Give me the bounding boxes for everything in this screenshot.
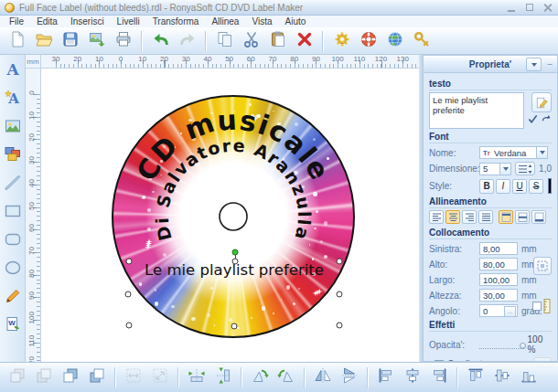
align-top-icon	[467, 366, 485, 388]
fit-to-content-button[interactable]	[533, 257, 552, 275]
align-right-button[interactable]	[427, 366, 451, 389]
bold-button[interactable]: B	[479, 179, 494, 194]
line-spacing-button[interactable]	[515, 162, 535, 175]
license-key-button[interactable]	[410, 29, 433, 52]
font-color-swatch[interactable]	[548, 178, 552, 194]
flip-vertical-button[interactable]	[338, 366, 361, 389]
flip-horizontal-button[interactable]	[311, 366, 335, 389]
resize-handle[interactable]	[337, 259, 343, 265]
rotate-left-button[interactable]	[248, 366, 272, 389]
send-backward-button[interactable]	[85, 366, 109, 389]
send-to-back-button[interactable]	[32, 366, 56, 389]
save-button[interactable]	[59, 29, 81, 52]
strikethrough-button[interactable]: S	[529, 179, 543, 194]
text-content-input[interactable]: Le mie playlist preferite	[429, 92, 524, 129]
resize-handle[interactable]	[337, 323, 343, 329]
settings-gear-button[interactable]	[330, 29, 353, 52]
valign-top-button[interactable]	[499, 210, 513, 224]
ruler-number: 0	[27, 88, 36, 99]
placement-largo-input[interactable]: 100,00	[479, 273, 518, 286]
fit-size-button[interactable]	[148, 366, 172, 389]
placement-altezza-input[interactable]: 30,00	[479, 289, 518, 302]
underline-button[interactable]: U	[512, 179, 527, 194]
fit-width-button[interactable]	[122, 366, 145, 389]
help-lifebuoy-button[interactable]	[357, 29, 380, 52]
copy-button[interactable]	[213, 29, 236, 52]
font-name-dropdown[interactable]	[537, 146, 548, 159]
resize-handle[interactable]	[337, 291, 343, 298]
rotate-right-button[interactable]	[274, 366, 298, 389]
resize-handle[interactable]	[126, 259, 133, 265]
ellipse-tool-button[interactable]	[3, 260, 23, 280]
print-button[interactable]	[112, 29, 134, 52]
opacity-slider-thumb[interactable]	[520, 343, 526, 349]
rectangle-tool-button[interactable]	[3, 203, 23, 223]
paste-button[interactable]	[266, 29, 289, 52]
align-left-button[interactable]	[374, 366, 398, 389]
align-justify-button[interactable]	[478, 210, 493, 224]
line-tool-button[interactable]	[3, 175, 23, 195]
align-center-button[interactable]	[445, 210, 460, 224]
menu-item-transforma[interactable]: Transforma	[146, 16, 206, 26]
design-canvas[interactable]: CD musicale Di Salvatore Aranzulla Le mi…	[41, 69, 419, 362]
align-right-button[interactable]	[462, 210, 477, 224]
align-bottom-button[interactable]	[517, 366, 541, 389]
align-middle-button[interactable]	[490, 366, 514, 389]
resize-handle[interactable]	[125, 291, 132, 298]
rotate-handle[interactable]	[232, 249, 239, 256]
resize-handle[interactable]	[232, 259, 239, 265]
menu-item-aiuto[interactable]: Aiuto	[278, 16, 312, 26]
valign-bottom-button[interactable]	[531, 210, 546, 224]
delete-button[interactable]	[293, 29, 316, 52]
art-text-tool-button[interactable]: A	[3, 90, 23, 110]
font-size-dropdown[interactable]	[500, 163, 511, 175]
menu-item-edita[interactable]: Edita	[30, 16, 64, 26]
resize-handle[interactable]	[126, 323, 133, 329]
keep-aspect-checkbox[interactable]	[532, 302, 542, 311]
align-center-button[interactable]	[401, 366, 424, 389]
panel-dropdown-button[interactable]	[526, 58, 542, 71]
menu-item-inserisci[interactable]: Inserisci	[64, 16, 111, 26]
edit-text-button[interactable]	[531, 92, 552, 112]
maximize-button[interactable]	[524, 4, 535, 12]
spinner-button[interactable]: …	[504, 306, 516, 317]
valign-middle-button[interactable]	[515, 210, 530, 224]
resize-handle[interactable]	[231, 323, 238, 330]
apply-check-icon[interactable]	[528, 114, 538, 124]
menu-item-file[interactable]: File	[3, 16, 30, 26]
placement-sinistra-input[interactable]: 8,00	[479, 242, 518, 255]
placement-angolo-input[interactable]: 0…	[479, 304, 518, 317]
rounded-rectangle-tool-button[interactable]	[3, 231, 23, 251]
image-tool-button[interactable]	[3, 118, 23, 138]
menu-item-allinea[interactable]: Allinea	[205, 16, 245, 26]
cut-button[interactable]	[240, 29, 263, 52]
align-left-button[interactable]	[429, 210, 444, 224]
center-horizontal-button[interactable]	[185, 366, 209, 389]
font-size-input[interactable]: 5	[479, 163, 500, 175]
fields-tool-button[interactable]: W	[3, 316, 23, 336]
web-globe-button[interactable]	[383, 29, 406, 52]
export-image-button[interactable]	[85, 29, 108, 52]
cd-disc-artwork[interactable]	[112, 95, 355, 338]
new-document-button[interactable]	[5, 29, 28, 52]
undo-button[interactable]	[149, 29, 172, 52]
opacity-slider[interactable]	[479, 341, 524, 349]
revert-arrow-icon[interactable]	[541, 114, 552, 124]
font-name-select[interactable]: Tr Verdana	[479, 146, 537, 159]
italic-button[interactable]: I	[496, 179, 510, 194]
open-folder-button[interactable]	[32, 29, 55, 52]
menu-item-livelli[interactable]: Livelli	[111, 16, 146, 26]
align-top-button[interactable]	[464, 366, 488, 389]
redo-button[interactable]	[176, 29, 199, 52]
text-tool-button[interactable]: A	[3, 61, 23, 81]
center-vertical-button[interactable]	[211, 366, 235, 389]
bring-to-front-button[interactable]	[5, 366, 29, 389]
placement-alto-input[interactable]: 80,00	[479, 258, 518, 270]
minimize-button[interactable]	[506, 4, 517, 12]
pencil-tool-button[interactable]	[3, 288, 23, 308]
menu-item-vista[interactable]: Vista	[245, 16, 278, 26]
panel-collapse-button[interactable]: –	[544, 58, 555, 69]
close-button[interactable]	[542, 4, 553, 12]
bring-forward-button[interactable]	[59, 366, 82, 389]
clipart-tool-button[interactable]	[3, 146, 23, 166]
